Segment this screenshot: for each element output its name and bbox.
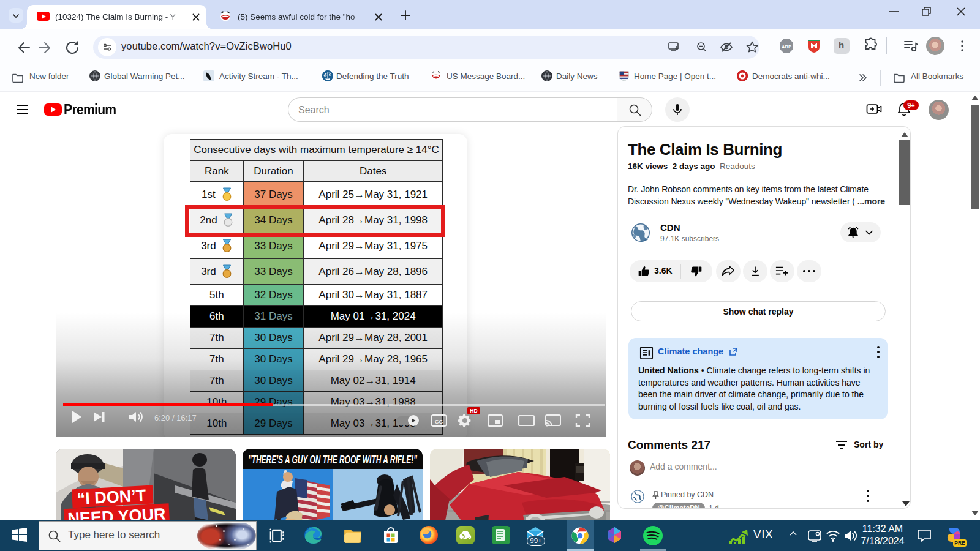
svg-text:“I DON’T: “I DON’T	[77, 486, 146, 508]
svg-text:CC: CC	[435, 418, 443, 425]
svg-text:"THERE'S A GUY ON THE ROOF WIT: "THERE'S A GUY ON THE ROOF WITH A RIFLE!…	[248, 454, 417, 466]
svg-text:ABP: ABP	[782, 44, 791, 50]
